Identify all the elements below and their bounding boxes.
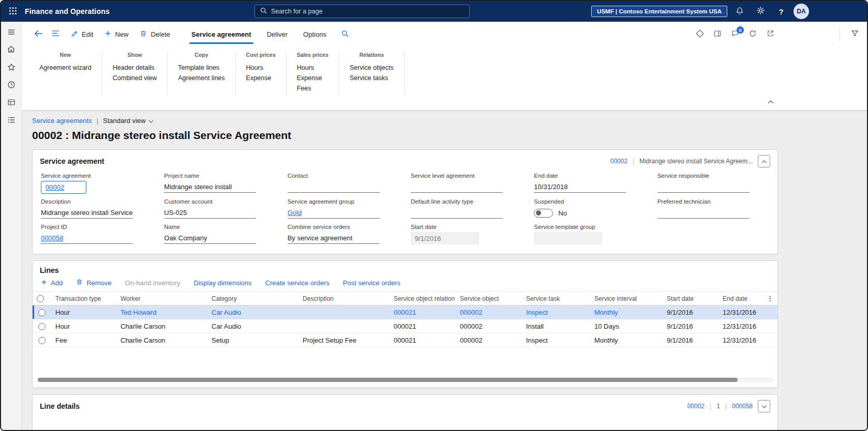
breadcrumb: Service agreements | Standard view bbox=[32, 117, 867, 125]
table-row[interactable]: Hour Ted Howard Car Audio 000021 000002 … bbox=[33, 305, 777, 319]
sidebar-item-workspaces[interactable] bbox=[3, 95, 20, 111]
avatar[interactable]: DA bbox=[794, 4, 809, 19]
row-select-radio[interactable] bbox=[38, 323, 46, 330]
column-header[interactable]: Service object relation bbox=[390, 292, 456, 305]
summary-id-link[interactable]: 00002 bbox=[610, 158, 627, 165]
column-header[interactable]: Service object bbox=[456, 292, 522, 305]
settings-button[interactable] bbox=[752, 3, 769, 20]
line-details-expand-button[interactable] bbox=[758, 400, 770, 412]
table-row[interactable]: Fee Charlie Carson Setup Project Setup F… bbox=[33, 333, 777, 347]
help-button[interactable]: ? bbox=[773, 3, 789, 20]
tab-options[interactable]: Options bbox=[295, 22, 334, 47]
chevron-up-icon bbox=[768, 98, 774, 105]
ribbon-item-service-objects[interactable]: Service objects bbox=[350, 63, 394, 73]
ribbon-item-combined-view[interactable]: Combined view bbox=[113, 73, 157, 83]
lines-grid: Transaction type Worker Category Descrip… bbox=[33, 291, 777, 347]
view-selector[interactable]: Standard view bbox=[103, 117, 154, 125]
notifications-button[interactable] bbox=[731, 3, 748, 20]
scrollbar-thumb[interactable] bbox=[38, 378, 738, 382]
tab-service-agreement[interactable]: Service agreement bbox=[184, 22, 259, 47]
column-header[interactable]: Start date bbox=[663, 292, 719, 305]
display-dimensions-button[interactable]: Display dimensions bbox=[194, 279, 252, 287]
sidebar-item-recent[interactable] bbox=[3, 78, 20, 93]
chevron-down-icon bbox=[148, 117, 154, 125]
horizontal-scrollbar[interactable] bbox=[37, 377, 773, 382]
ribbon-item-sales-fees[interactable]: Fees bbox=[297, 83, 328, 94]
plus-icon bbox=[41, 279, 47, 287]
edit-button[interactable]: Edit bbox=[71, 30, 93, 39]
ribbon-item-cost-expense[interactable]: Expense bbox=[246, 73, 276, 83]
field-default-line-activity-type: Default line activity type bbox=[411, 198, 522, 219]
column-header[interactable]: Service task bbox=[522, 292, 590, 305]
row-select-radio[interactable] bbox=[38, 337, 46, 344]
line-details-line-link[interactable]: 1 bbox=[716, 403, 720, 410]
open-in-new-window-icon bbox=[767, 29, 774, 39]
create-service-orders-button[interactable]: Create service orders bbox=[265, 279, 330, 287]
delete-button[interactable]: Delete bbox=[140, 30, 170, 39]
post-service-orders-button[interactable]: Post service orders bbox=[343, 279, 400, 287]
line-details-project-link[interactable]: 000058 bbox=[732, 403, 753, 410]
open-in-new-window-button[interactable] bbox=[762, 26, 778, 42]
sidebar-item-home[interactable] bbox=[3, 42, 20, 58]
page-search[interactable] bbox=[255, 5, 470, 18]
back-button[interactable] bbox=[34, 30, 43, 39]
nav-expand-button[interactable] bbox=[3, 25, 20, 40]
ribbon-item-cost-hours[interactable]: Hours bbox=[246, 63, 276, 73]
filter-button[interactable] bbox=[847, 27, 862, 41]
column-header[interactable]: Description bbox=[298, 292, 390, 305]
ribbon-item-header-details[interactable]: Header details bbox=[113, 63, 157, 73]
column-header[interactable]: Service interval bbox=[590, 292, 663, 305]
breadcrumb-link[interactable]: Service agreements bbox=[32, 117, 92, 125]
field-name: Name Oak Company bbox=[164, 224, 276, 244]
column-options-icon[interactable]: ⋮ bbox=[767, 295, 773, 302]
select-all-radio[interactable] bbox=[37, 295, 44, 302]
ribbon-item-sales-expense[interactable]: Expense bbox=[297, 73, 328, 83]
back-arrow-icon bbox=[34, 30, 43, 39]
side-panel-button[interactable] bbox=[710, 26, 725, 42]
diamond-icon bbox=[696, 29, 704, 39]
ribbon-groups: New Agreement wizard Show Header details… bbox=[22, 47, 867, 96]
home-icon bbox=[7, 45, 16, 55]
action-pane-menu-button[interactable] bbox=[52, 30, 59, 38]
header-card-collapse-button[interactable] bbox=[758, 155, 770, 167]
pencil-icon bbox=[71, 30, 78, 39]
field-service-agreement-group: Service agreement group Gold bbox=[288, 198, 399, 219]
app-window: Finance and Operations USMF | Contoso En… bbox=[0, 0, 868, 431]
field-spacer bbox=[657, 224, 769, 244]
column-header[interactable]: Worker bbox=[116, 292, 207, 305]
suspended-toggle[interactable] bbox=[534, 209, 553, 218]
gear-icon bbox=[756, 6, 765, 17]
sidebar-item-favorites[interactable] bbox=[3, 60, 20, 75]
column-header[interactable]: Transaction type bbox=[51, 292, 116, 305]
refresh-button[interactable] bbox=[745, 26, 760, 42]
ribbon-item-agreement-wizard[interactable]: Agreement wizard bbox=[39, 63, 92, 73]
ribbon-item-service-tasks[interactable]: Service tasks bbox=[350, 73, 394, 83]
ribbon-group-cost-prices: Cost prices Hours Expense bbox=[236, 52, 287, 96]
line-details-agreement-link[interactable]: 00002 bbox=[687, 403, 705, 410]
card-title: Lines bbox=[40, 266, 59, 274]
remove-line-button[interactable]: Remove bbox=[76, 279, 111, 287]
page-search-input[interactable] bbox=[271, 8, 464, 15]
add-line-button[interactable]: Add bbox=[41, 279, 63, 287]
messages-button[interactable]: 0 bbox=[727, 26, 743, 42]
new-button[interactable]: New bbox=[104, 30, 128, 38]
page-body: Service agreements | Standard view 00002… bbox=[22, 111, 867, 430]
row-select-radio[interactable] bbox=[38, 309, 46, 316]
app-launcher-button[interactable] bbox=[1, 1, 25, 22]
ribbon-item-template-lines[interactable]: Template lines bbox=[178, 63, 225, 73]
page-title: 00002 : Midrange stereo install Service … bbox=[32, 129, 867, 142]
table-row[interactable]: Hour Charlie Carson Car Audio 000021 000… bbox=[33, 319, 777, 333]
ribbon-item-sales-hours[interactable]: Hours bbox=[297, 63, 328, 73]
menu-lines-icon bbox=[52, 30, 59, 38]
field-start-date: Start date 9/1/2016 bbox=[411, 224, 522, 244]
tab-deliver[interactable]: Deliver bbox=[259, 22, 295, 47]
find-action-button[interactable] bbox=[341, 30, 349, 39]
ribbon-group-show: Show Header details Combined view bbox=[102, 52, 168, 96]
column-header[interactable]: Category bbox=[207, 292, 298, 305]
ribbon-item-agreement-lines[interactable]: Agreement lines bbox=[178, 73, 225, 83]
environment-button[interactable]: USMF | Contoso Entertainment System USA bbox=[591, 6, 727, 17]
sidebar-item-modules[interactable] bbox=[3, 113, 20, 128]
power-apps-button[interactable] bbox=[692, 26, 708, 42]
filter-area bbox=[840, 26, 862, 42]
collapse-action-pane-button[interactable] bbox=[766, 96, 776, 107]
